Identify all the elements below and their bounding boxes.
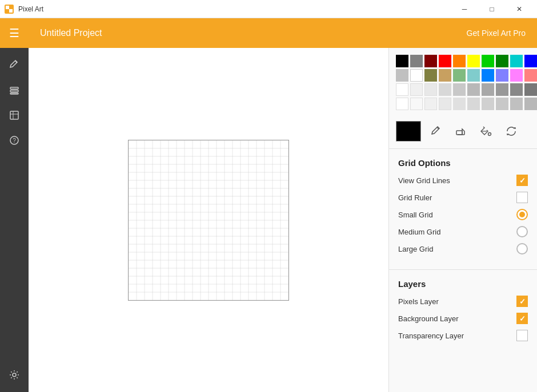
color-g8[interactable] xyxy=(496,83,508,96)
svg-rect-11 xyxy=(456,131,462,135)
canvas-area[interactable] xyxy=(29,48,388,392)
color-h5[interactable] xyxy=(453,98,466,110)
project-title: Untitled Project xyxy=(40,28,102,38)
fill-tool-button[interactable] xyxy=(476,121,496,142)
app-name-label: Pixel Art xyxy=(18,5,43,13)
sidebar-bottom xyxy=(4,365,25,392)
palette-row-4 xyxy=(396,98,530,110)
color-lavender[interactable] xyxy=(496,69,508,82)
pixels-layer-checkbox[interactable] xyxy=(516,296,528,307)
background-layer-label: Background Layer xyxy=(398,314,459,323)
color-g4[interactable] xyxy=(439,83,451,96)
color-tan[interactable] xyxy=(424,69,437,82)
refresh-tool-button[interactable] xyxy=(501,121,522,142)
color-silver[interactable] xyxy=(396,69,408,82)
layers-tool-button[interactable] xyxy=(4,80,25,100)
color-h2[interactable] xyxy=(410,98,423,110)
svg-rect-2 xyxy=(10,87,18,89)
color-black[interactable] xyxy=(396,55,408,67)
color-lime[interactable] xyxy=(482,55,494,67)
large-grid-row: Large Grid xyxy=(398,243,528,254)
color-lightyellow[interactable] xyxy=(439,69,451,82)
get-pro-button[interactable]: Get Pixel Art Pro xyxy=(467,29,526,38)
sidebar-top[interactable]: ☰ xyxy=(0,18,29,48)
edit-tool-button[interactable] xyxy=(4,55,25,75)
color-g6[interactable] xyxy=(467,83,480,96)
medium-grid-row: Medium Grid xyxy=(398,226,528,237)
view-grid-lines-checkbox[interactable] xyxy=(516,175,528,186)
active-color-swatch[interactable] xyxy=(396,121,421,142)
color-h7[interactable] xyxy=(482,98,494,110)
small-grid-radio[interactable] xyxy=(516,209,528,220)
color-lightcyan[interactable] xyxy=(467,69,480,82)
svg-rect-1 xyxy=(9,9,13,13)
hamburger-icon[interactable]: ☰ xyxy=(9,26,19,40)
color-h9[interactable] xyxy=(510,98,523,110)
color-darkred[interactable] xyxy=(424,55,437,67)
color-h3[interactable] xyxy=(424,98,437,110)
color-h10[interactable] xyxy=(524,98,537,110)
color-green[interactable] xyxy=(496,55,508,67)
color-white[interactable] xyxy=(410,69,423,82)
color-g10[interactable] xyxy=(524,83,537,96)
color-h8[interactable] xyxy=(496,98,508,110)
color-g9[interactable] xyxy=(510,83,523,96)
medium-grid-label: Medium Grid xyxy=(398,228,440,236)
color-lightblue[interactable] xyxy=(482,69,494,82)
transparency-layer-checkbox[interactable] xyxy=(516,330,528,341)
background-layer-checkbox[interactable] xyxy=(516,313,528,324)
large-grid-radio[interactable] xyxy=(516,243,528,254)
maximize-button[interactable]: □ xyxy=(479,0,505,18)
color-g2[interactable] xyxy=(410,83,423,96)
color-pink[interactable] xyxy=(510,69,523,82)
color-g1[interactable] xyxy=(396,83,408,96)
color-orange[interactable] xyxy=(453,55,466,67)
color-h6[interactable] xyxy=(467,98,480,110)
color-g7[interactable] xyxy=(482,83,494,96)
color-yellow[interactable] xyxy=(467,55,480,67)
grid-ruler-label: Grid Ruler xyxy=(398,193,432,202)
grid-ruler-checkbox[interactable] xyxy=(516,192,528,203)
pixel-canvas[interactable] xyxy=(128,140,289,301)
svg-point-12 xyxy=(488,133,491,136)
small-grid-label: Small Grid xyxy=(398,211,433,219)
svg-rect-3 xyxy=(10,90,18,92)
color-h1[interactable] xyxy=(396,98,408,110)
color-h4[interactable] xyxy=(439,98,451,110)
large-grid-label: Large Grid xyxy=(398,245,433,253)
palette-row-2 xyxy=(396,69,530,82)
pencil-tool-button[interactable] xyxy=(426,121,446,142)
color-tools xyxy=(389,116,537,146)
minimize-button[interactable]: ─ xyxy=(451,0,478,18)
medium-grid-radio[interactable] xyxy=(516,226,528,237)
main-layout: ☰ xyxy=(0,18,537,392)
close-button[interactable]: ✕ xyxy=(506,0,532,18)
frames-tool-button[interactable] xyxy=(4,105,25,126)
settings-button[interactable] xyxy=(4,365,25,385)
color-blue[interactable] xyxy=(524,55,537,67)
transparency-layer-label: Transparency Layer xyxy=(398,332,464,340)
app-icon xyxy=(5,5,14,14)
view-grid-lines-row: View Grid Lines xyxy=(398,175,528,186)
color-lightgreen[interactable] xyxy=(453,69,466,82)
color-red[interactable] xyxy=(439,55,451,67)
content: Grid Options View Grid Lines Grid Ruler … xyxy=(29,48,537,392)
small-grid-row: Small Grid xyxy=(398,209,528,220)
palette-row-3 xyxy=(396,83,530,96)
pixels-layer-row: Pixels Layer xyxy=(398,296,528,307)
sidebar: ☰ xyxy=(0,18,29,392)
svg-rect-4 xyxy=(10,93,18,94)
color-cyan[interactable] xyxy=(510,55,523,67)
grid-options-title: Grid Options xyxy=(398,158,528,168)
color-salmon[interactable] xyxy=(524,69,537,82)
header: Untitled Project Get Pixel Art Pro xyxy=(29,18,537,48)
help-button[interactable]: ? xyxy=(4,130,25,151)
palette-row-1 xyxy=(396,55,530,67)
color-gray[interactable] xyxy=(410,55,423,67)
color-g3[interactable] xyxy=(424,83,437,96)
eraser-tool-button[interactable] xyxy=(451,121,471,142)
svg-point-10 xyxy=(13,373,16,377)
background-layer-row: Background Layer xyxy=(398,313,528,324)
title-bar-left: Pixel Art xyxy=(5,5,43,14)
color-g5[interactable] xyxy=(453,83,466,96)
